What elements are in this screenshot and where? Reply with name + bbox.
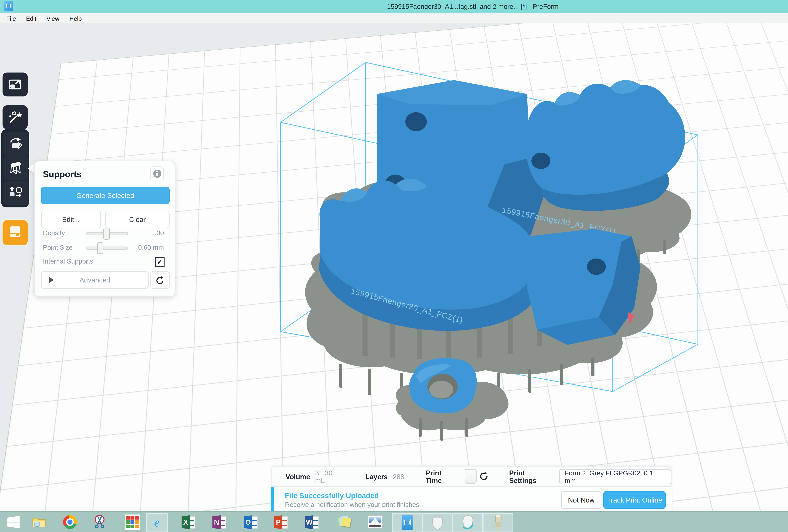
- menu-edit[interactable]: Edit: [21, 13, 41, 23]
- supports-panel-title: Supports: [43, 169, 82, 179]
- notification-title: File Successfully Uploaded: [285, 492, 421, 499]
- magic-wand-icon: [7, 110, 23, 125]
- tool-layout-button[interactable]: [3, 181, 28, 205]
- folder-icon: [32, 516, 47, 529]
- upload-notification: File Successfully Uploaded Receive a not…: [271, 486, 672, 512]
- internal-supports-checkbox[interactable]: ✓: [155, 257, 164, 267]
- not-now-button[interactable]: Not Now: [561, 491, 602, 509]
- app-grid-button[interactable]: [123, 514, 142, 531]
- advanced-label: Advanced: [79, 276, 110, 284]
- tool-supports-button[interactable]: [3, 156, 28, 180]
- layout-icon: [7, 185, 24, 200]
- sticky-notes-icon: [338, 516, 351, 529]
- taskbar: e X N O P: [0, 511, 788, 532]
- density-label: Density: [43, 229, 65, 236]
- titlebar[interactable]: 159915Faenger30_A1...tag.stl, and 2 more…: [0, 0, 788, 13]
- print-settings-selector[interactable]: Form 2, Grey FLGPGR02, 0.1 mm: [559, 469, 671, 484]
- outlook-button[interactable]: O: [241, 514, 260, 531]
- advanced-expander-button[interactable]: Advanced: [41, 271, 149, 289]
- tool-orientation-button[interactable]: [3, 132, 28, 156]
- outlook-icon: O: [244, 515, 258, 529]
- point-size-value: 0.60 mm: [138, 243, 164, 251]
- menu-help[interactable]: Help: [64, 13, 87, 23]
- tool-group-orient-supports-layout: [1, 129, 29, 208]
- menu-file[interactable]: File: [1, 13, 21, 23]
- layers-label: Layers: [365, 473, 388, 480]
- clear-supports-button[interactable]: Clear: [105, 211, 170, 228]
- photo-viewer-button[interactable]: [366, 514, 385, 531]
- printer-icon: [8, 225, 22, 240]
- notification-accent-stripe: [271, 487, 274, 512]
- word-button[interactable]: W: [302, 514, 321, 531]
- dental-crown-app-button[interactable]: [422, 513, 453, 532]
- start-button[interactable]: [4, 514, 23, 531]
- track-print-online-button[interactable]: Track Print Online: [603, 491, 666, 509]
- print-settings-label: Print Settings: [509, 469, 554, 484]
- tool-one-click-print-button[interactable]: [2, 105, 28, 129]
- powerpoint-icon: P: [274, 515, 288, 529]
- tool-size-button[interactable]: [2, 73, 28, 97]
- point-size-slider-handle[interactable]: [97, 242, 103, 254]
- point-size-slider[interactable]: [86, 247, 128, 250]
- photo-viewer-icon: [368, 515, 383, 529]
- chrome-button[interactable]: [60, 514, 79, 531]
- print-time-label: Print Time: [426, 469, 459, 484]
- chrome-icon: [63, 515, 77, 529]
- notification-message: Receive a notification when your print f…: [285, 500, 421, 508]
- snipping-tool-icon: [93, 515, 108, 530]
- tool-print-button[interactable]: [2, 220, 28, 245]
- viewport-3d[interactable]: 159915Faenger30_A1_FCZ(1): [0, 23, 788, 512]
- onenote-button[interactable]: N: [210, 514, 229, 531]
- print-time-value-button[interactable]: --: [465, 469, 476, 484]
- file-explorer-button[interactable]: [30, 514, 49, 531]
- desktop: 159915Faenger30_A1...tag.stl, and 2 more…: [0, 0, 788, 532]
- supports-panel-pointer: [28, 163, 34, 173]
- word-icon: W: [305, 515, 319, 529]
- implant-app-button[interactable]: [483, 513, 513, 532]
- refresh-circular-arrow-icon: [479, 472, 489, 481]
- info-button[interactable]: [150, 166, 164, 180]
- tooth-teal-icon: [460, 515, 475, 530]
- dental-design-app-button[interactable]: [453, 513, 483, 532]
- generate-selected-button[interactable]: Generate Selected: [41, 186, 170, 204]
- powerpoint-button[interactable]: P: [272, 514, 291, 531]
- internet-explorer-icon: e: [154, 515, 160, 530]
- supports-panel: Supports Generate Selected Edit... Clear…: [34, 161, 175, 297]
- point-size-label: Point Size: [43, 243, 73, 251]
- layers-value: 288: [393, 473, 404, 480]
- density-value: 1.00: [151, 229, 164, 236]
- volume-label: Volume: [285, 473, 310, 480]
- implant-abutment-icon: [493, 514, 503, 531]
- edit-supports-button[interactable]: Edit...: [41, 211, 101, 228]
- refresh-print-time-button[interactable]: [478, 470, 490, 483]
- size-scale-icon: [7, 78, 23, 92]
- internet-explorer-button[interactable]: e: [146, 513, 168, 532]
- excel-icon: X: [181, 515, 195, 529]
- undo-reset-icon: [155, 276, 164, 284]
- density-slider-handle[interactable]: [103, 228, 110, 240]
- volume-value: 31.30 mL: [315, 469, 344, 484]
- menu-view[interactable]: View: [41, 13, 64, 23]
- reset-button[interactable]: [150, 271, 170, 289]
- supports-icon: [8, 161, 23, 176]
- rotate-icon: [8, 136, 23, 151]
- window-title: 159915Faenger30_A1...tag.stl, and 2 more…: [0, 2, 788, 10]
- internal-supports-label: Internal Supports: [43, 257, 93, 265]
- windows-logo-icon: [6, 515, 20, 529]
- sticky-notes-button[interactable]: [335, 514, 354, 531]
- bottom-panels: Volume 31.30 mL Layers 288 Print Time --: [271, 466, 672, 512]
- preform-window: 159915Faenger30_A1...tag.stl, and 2 more…: [0, 0, 788, 532]
- preform-butterfly-icon: [401, 515, 413, 530]
- onenote-icon: N: [213, 515, 226, 529]
- info-icon: [153, 169, 161, 177]
- density-slider[interactable]: [86, 232, 128, 235]
- menubar: File Edit View Help: [0, 13, 788, 24]
- excel-button[interactable]: X: [179, 514, 198, 531]
- app-grid-icon: [125, 515, 140, 530]
- tooth-crown-icon: [431, 515, 445, 530]
- snipping-tool-button[interactable]: [91, 514, 110, 531]
- preform-taskbar-button[interactable]: [392, 513, 422, 532]
- caret-right-icon: [49, 277, 54, 283]
- print-status-bar: Volume 31.30 mL Layers 288 Print Time --: [271, 466, 672, 486]
